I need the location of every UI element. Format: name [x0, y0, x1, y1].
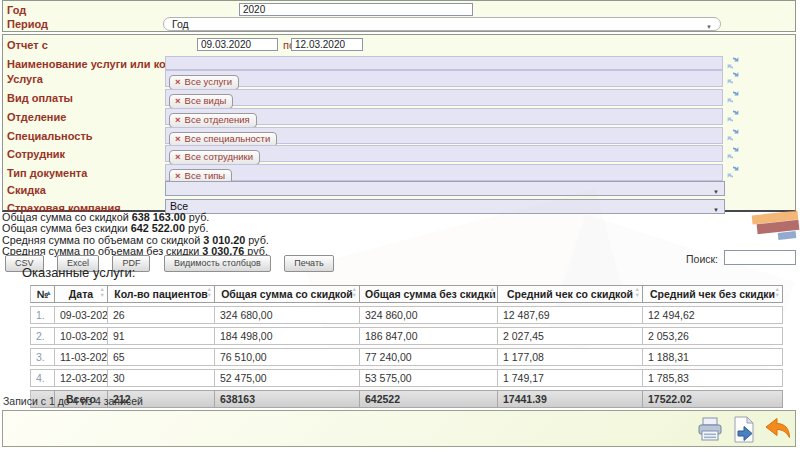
summary-unit: руб. — [248, 234, 269, 246]
service-query-input[interactable] — [165, 56, 723, 70]
service-query-label: Наименование услуги или код — [7, 58, 173, 70]
filter-field-doctype[interactable]: ×Все типы — [165, 164, 723, 181]
table-row: 1. 09-03-2020 26 324 680,00 324 860,00 1… — [30, 306, 783, 324]
records-info: Записи с 1 до 4 из 4 записей — [3, 395, 143, 407]
filter-chip[interactable]: ×Все виды — [169, 94, 233, 109]
search-label: Поиск: — [686, 253, 718, 265]
summary-label: Общая сумма со скидкой — [2, 211, 129, 223]
watermark-shape — [757, 220, 800, 234]
footer-total-discounted: 638163 — [215, 390, 360, 408]
cell-patients: 65 — [108, 348, 215, 366]
period-select[interactable]: Год — [163, 17, 721, 31]
search-input[interactable] — [724, 250, 796, 265]
table-row: 3. 11-03-2020 65 76 510,00 77 240,00 1 1… — [30, 348, 783, 366]
filter-field-employee[interactable]: ×Все сотрудники — [165, 145, 723, 162]
column-visibility-button[interactable]: Видимость столбцов — [164, 255, 271, 272]
print-button[interactable]: Печать — [284, 255, 333, 272]
remove-icon[interactable]: × — [175, 134, 181, 144]
bottom-action-bar — [2, 410, 796, 447]
refresh-icon[interactable] — [726, 146, 740, 160]
chip-label: Все виды — [185, 96, 227, 106]
cell-date: 11-03-2020 — [55, 348, 108, 366]
print-icon[interactable] — [697, 417, 723, 446]
cell-total: 53 575,00 — [360, 369, 498, 387]
chip-label: Все отделения — [185, 115, 250, 125]
column-header-patients[interactable]: Кол-во пациентов — [108, 285, 215, 303]
column-header-avg[interactable]: Средний чек без скидки — [643, 285, 783, 303]
column-header-label: Общая сумма без скидки — [365, 288, 496, 300]
filter-chip[interactable]: ×Все сотрудники — [169, 150, 260, 165]
cell-avg: 12 494,62 — [643, 306, 783, 324]
period-select-value: Год — [172, 18, 189, 30]
summary-unit: руб. — [188, 222, 209, 234]
filter-field-service[interactable]: ×Все услуги — [165, 70, 723, 87]
filter-chip[interactable]: ×Все отделения — [169, 113, 257, 128]
cell-total-discounted: 184 498,00 — [215, 327, 360, 345]
chip-label: Все типы — [185, 171, 226, 181]
table-row: 2. 10-03-2020 91 184 498,00 186 847,00 2… — [30, 327, 783, 345]
date-to-input[interactable] — [291, 38, 363, 51]
refresh-icon[interactable] — [726, 165, 740, 179]
filter-label-doctype: Тип документа — [7, 167, 87, 179]
sort-icons — [352, 287, 357, 298]
summary-label: Средняя сумма по объемам со скидкой — [2, 234, 200, 246]
summary-value: 3 010.20 — [203, 234, 245, 246]
undo-icon[interactable] — [763, 417, 791, 445]
export-icon[interactable] — [733, 416, 756, 447]
column-header-date[interactable]: Дата — [55, 285, 108, 303]
remove-icon[interactable]: × — [175, 77, 181, 87]
filter-label-department: Отделение — [7, 111, 66, 123]
filter-field-department[interactable]: ×Все отделения — [165, 108, 723, 125]
column-header-label: Кол-во пациентов — [114, 288, 208, 300]
table-row: 4. 12-03-2020 30 52 475,00 53 575,00 1 7… — [30, 369, 783, 387]
period-label: Период — [7, 18, 48, 30]
cell-patients: 26 — [108, 306, 215, 324]
refresh-icon[interactable] — [726, 128, 740, 142]
column-header-total-discounted[interactable]: Общая сумма со скидкой — [215, 285, 360, 303]
column-header-label: Дата — [69, 288, 93, 300]
cell-avg-discounted: 12 487,69 — [498, 306, 643, 324]
cell-avg-discounted: 2 027,45 — [498, 327, 643, 345]
remove-icon[interactable]: × — [175, 96, 181, 106]
year-input[interactable] — [239, 3, 473, 16]
year-label: Год — [7, 4, 26, 16]
refresh-icon[interactable] — [726, 71, 740, 85]
column-header-num[interactable]: № — [30, 285, 55, 303]
sort-icons — [490, 287, 495, 298]
report-screen: Год Период Год Отчет с по Наименование у… — [0, 0, 800, 451]
summary-label: Общая сумма без скидки — [2, 222, 128, 234]
remove-icon[interactable]: × — [175, 152, 181, 162]
cell-date: 10-03-2020 — [55, 327, 108, 345]
cell-avg: 2 053,26 — [643, 327, 783, 345]
filter-label-specialty: Специальность — [7, 130, 93, 142]
table-title: Оказанные услуги: — [22, 265, 135, 280]
filter-field-specialty[interactable]: ×Все специальности — [165, 127, 723, 144]
filter-chip[interactable]: ×Все услуги — [169, 75, 239, 90]
chip-label: Все услуги — [185, 77, 232, 87]
remove-icon[interactable]: × — [175, 171, 181, 181]
sort-icons — [100, 287, 105, 298]
cell-total-discounted: 324 680,00 — [215, 306, 360, 324]
filter-label-payment: Вид оплаты — [7, 92, 73, 104]
column-header-avg-discounted[interactable]: Средний чек со скидкой — [498, 285, 643, 303]
refresh-icon[interactable] — [726, 109, 740, 123]
filter-label-service: Услуга — [7, 73, 43, 85]
date-from-input[interactable] — [197, 38, 278, 51]
refresh-icon[interactable] — [726, 90, 740, 104]
column-header-total[interactable]: Общая сумма без скидки — [360, 285, 498, 303]
report-from-label: Отчет с — [7, 39, 48, 51]
summary-unit: руб. — [189, 211, 210, 223]
discount-select[interactable] — [165, 181, 725, 196]
filters-panel: Отчет с по Наименование услуги или код У… — [2, 34, 796, 212]
row-number: 1. — [30, 306, 55, 324]
remove-icon[interactable]: × — [175, 115, 181, 125]
summary-totals: Общая сумма со скидкой 638 163.00 руб. О… — [2, 212, 269, 257]
sort-asc-icon — [45, 287, 52, 299]
cell-total: 186 847,00 — [360, 327, 498, 345]
filter-field-payment[interactable]: ×Все виды — [165, 89, 723, 106]
cell-avg-discounted: 1 177,08 — [498, 348, 643, 366]
refresh-icon[interactable] — [726, 56, 740, 70]
row-number: 3. — [30, 348, 55, 366]
footer-total: 642522 — [360, 390, 498, 408]
sort-icons — [775, 287, 780, 298]
